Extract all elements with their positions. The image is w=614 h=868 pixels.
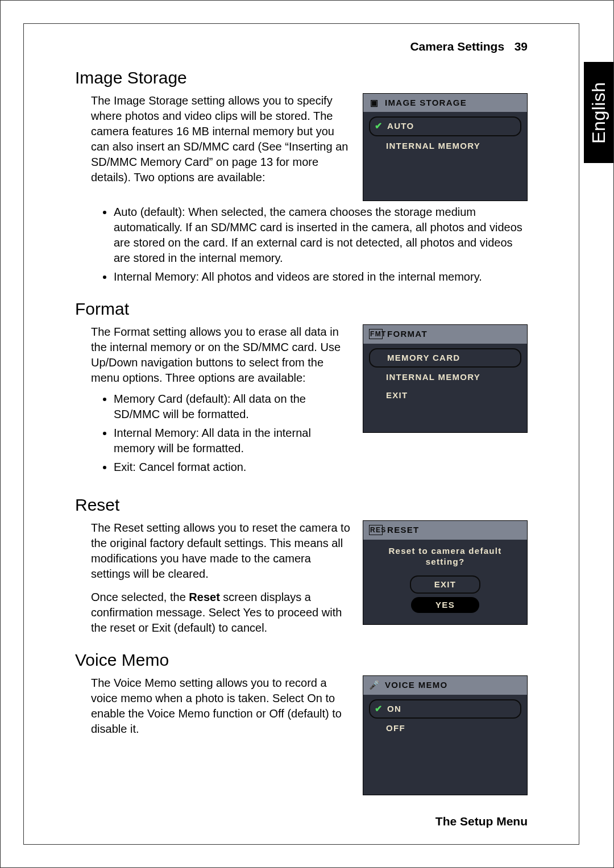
- format-icon: FMT: [369, 329, 383, 339]
- check-icon: ✔: [375, 703, 383, 715]
- screen-title: VOICE MEMO: [385, 679, 448, 691]
- manual-page: Camera Settings 39 Image Storage The Ima…: [0, 0, 614, 868]
- reset-intro2-pre: Once selected, the: [91, 591, 189, 603]
- section-reset: The Reset setting allows you to reset th…: [91, 520, 528, 636]
- header-title: Camera Settings: [410, 40, 504, 53]
- page-footer: The Setup Menu: [435, 815, 528, 828]
- option-label: MEMORY CARD: [387, 353, 460, 362]
- reset-icon: RES: [369, 525, 383, 535]
- heading-reset: Reset: [75, 495, 528, 515]
- screen-voice-memo: 🎤 VOICE MEMO ✔ ON OFF: [363, 675, 528, 795]
- screen-image-storage: ▣ IMAGE STORAGE ✔ AUTO INTERNAL MEMORY: [363, 93, 528, 201]
- heading-format: Format: [75, 299, 528, 319]
- reset-button-yes[interactable]: YES: [411, 597, 479, 613]
- menu-option-off[interactable]: OFF: [369, 720, 521, 737]
- mic-icon: 🎤: [369, 679, 380, 691]
- menu-option-on[interactable]: ✔ ON: [369, 699, 521, 719]
- section-format: The Format setting allows you to erase a…: [91, 324, 528, 481]
- heading-voice-memo: Voice Memo: [75, 650, 528, 670]
- option-label: INTERNAL MEMORY: [386, 372, 480, 382]
- language-label: English: [588, 82, 609, 143]
- format-bullet-3: Exit: Cancel format action.: [114, 460, 350, 475]
- reset-prompt: Reset to camera default setting?: [363, 540, 527, 569]
- format-bullet-2: Internal Memory: All data in the interna…: [114, 425, 350, 456]
- heading-image-storage: Image Storage: [75, 68, 528, 87]
- option-label: EXIT: [386, 390, 408, 400]
- reset-button-exit[interactable]: EXIT: [410, 575, 480, 594]
- page-header: Camera Settings 39: [75, 40, 528, 53]
- storage-icon: ▣: [369, 97, 380, 108]
- button-label: EXIT: [434, 579, 457, 589]
- image-storage-bullet-2: Internal Memory: All photos and videos a…: [114, 269, 528, 285]
- option-label: ON: [387, 704, 401, 713]
- screen-format: FMT FORMAT MEMORY CARD INTERNAL MEMORY: [363, 324, 528, 432]
- menu-option-auto[interactable]: ✔ AUTO: [369, 116, 521, 136]
- format-bullet-1: Memory Card (default): All data on the S…: [114, 391, 350, 422]
- menu-option-internal-memory[interactable]: INTERNAL MEMORY: [369, 369, 521, 386]
- language-tab[interactable]: English: [584, 62, 613, 163]
- format-intro: The Format setting allows you to erase a…: [91, 324, 350, 386]
- reset-intro2-bold: Reset: [189, 591, 219, 603]
- section-image-storage: The Image Storage setting allows you to …: [91, 93, 528, 285]
- screen-title: RESET: [387, 524, 420, 536]
- option-label: OFF: [386, 723, 405, 733]
- reset-intro-1: The Reset setting allows you to reset th…: [91, 520, 350, 582]
- option-label: INTERNAL MEMORY: [386, 141, 480, 151]
- check-icon: ✔: [375, 120, 383, 132]
- image-storage-bullet-1: Auto (default): When selected, the camer…: [114, 205, 528, 266]
- section-voice-memo: The Voice Memo setting allows you to rec…: [91, 675, 528, 795]
- reset-intro-2: Once selected, the Reset screen displays…: [91, 590, 350, 636]
- menu-option-internal-memory[interactable]: INTERNAL MEMORY: [369, 137, 521, 155]
- menu-option-memory-card[interactable]: MEMORY CARD: [369, 348, 521, 368]
- header-page-number: 39: [515, 40, 528, 53]
- page-frame: Camera Settings 39 Image Storage The Ima…: [23, 23, 579, 845]
- option-label: AUTO: [387, 121, 414, 131]
- menu-option-exit[interactable]: EXIT: [369, 387, 521, 404]
- screen-reset: RES RESET Reset to camera default settin…: [363, 520, 528, 625]
- button-label: YES: [435, 600, 455, 610]
- screen-title: FORMAT: [387, 328, 428, 340]
- image-storage-intro: The Image Storage setting allows you to …: [91, 93, 350, 185]
- screen-title: IMAGE STORAGE: [385, 97, 467, 108]
- voice-memo-intro: The Voice Memo setting allows you to rec…: [91, 675, 350, 737]
